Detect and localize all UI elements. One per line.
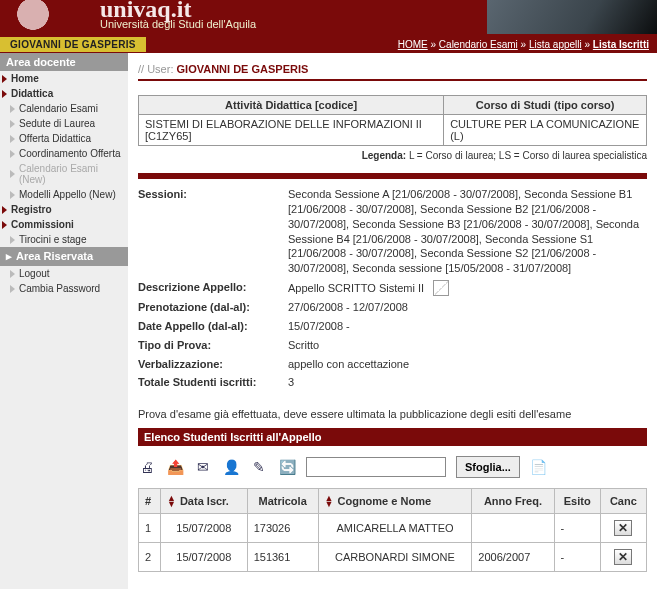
section-title-elenco: Elenco Studenti Iscritti all'Appello — [138, 428, 647, 446]
banner-photo — [487, 0, 657, 34]
sidebar-item-calendario-new[interactable]: Calendario Esami (New) — [0, 161, 128, 187]
legenda: Legenda: L = Corso di laurea; LS = Corso… — [138, 150, 647, 161]
lbl-date-appello: Date Appello (dal-al): — [138, 319, 288, 334]
sidebar-item-calendario[interactable]: Calendario Esami — [0, 101, 128, 116]
sidebar-item-didattica[interactable]: Didattica — [0, 86, 128, 101]
val-prenotazione: 27/06/2008 - 12/07/2008 — [288, 300, 647, 315]
lbl-sessioni: Sessioni: — [138, 187, 288, 276]
header-banner: univaq.it Università degli Studi dell'Aq… — [0, 0, 657, 35]
cell-num: 2 — [139, 543, 161, 572]
lbl-totale: Totale Studenti iscritti: — [138, 375, 288, 390]
breadcrumb-calendario[interactable]: Calendario Esami — [439, 39, 518, 50]
cell-anno: 2006/2007 — [472, 543, 554, 572]
val-date-appello: 15/07/2008 - — [288, 319, 647, 334]
sidebar-item-coordinamento[interactable]: Coordinamento Offerta — [0, 146, 128, 161]
breadcrumb: HOME » Calendario Esami » Lista appelli … — [398, 39, 657, 50]
sidebar-item-commissioni[interactable]: Commissioni — [0, 217, 128, 232]
sidebar-item-home[interactable]: Home — [0, 71, 128, 86]
th-canc: Canc — [600, 489, 646, 514]
table-row: 215/07/2008151361CARBONARDI SIMONE2006/2… — [139, 543, 647, 572]
lbl-tipo-prova: Tipo di Prova: — [138, 338, 288, 353]
export-icon[interactable]: 📤 — [166, 458, 184, 476]
sidebar-item-cambia-password[interactable]: Cambia Password — [0, 281, 128, 296]
breadcrumb-current: Lista Iscritti — [593, 39, 649, 50]
val-sessioni: Seconda Sessione A [21/06/2008 - 30/07/2… — [288, 187, 647, 276]
upload-icon[interactable]: 📄 — [530, 458, 548, 476]
activity-table: Attività Didattica [codice] Corso di Stu… — [138, 95, 647, 146]
th-matricola[interactable]: Matricola — [247, 489, 318, 514]
section-divider — [138, 173, 647, 179]
th-cognome-nome[interactable]: ▲▼Cognome e Nome — [318, 489, 472, 514]
toolbar: 🖨 📤 ✉ 👤 ✎ 🔄 Sfoglia... 📄 — [138, 446, 647, 488]
main-content: // User: GIOVANNI DE GASPERIS Attività D… — [128, 53, 657, 589]
cancel-button[interactable]: ✕ — [614, 520, 632, 536]
val-descrizione: Appello SCRITTO Sistemi II — [288, 280, 647, 296]
refresh-icon[interactable]: 🔄 — [278, 458, 296, 476]
cell-canc: ✕ — [600, 543, 646, 572]
cell-esito: - — [554, 514, 600, 543]
th-esito[interactable]: Esito — [554, 489, 600, 514]
lbl-prenotazione: Prenotazione (dal-al): — [138, 300, 288, 315]
browse-button[interactable]: Sfoglia... — [456, 456, 520, 478]
cell-nome: CARBONARDI SIMONE — [318, 543, 472, 572]
sidebar-item-sedute[interactable]: Sedute di Laurea — [0, 116, 128, 131]
sidebar-head-riservata: ▸Area Riservata — [0, 247, 128, 266]
breadcrumb-lista-appelli[interactable]: Lista appelli — [529, 39, 582, 50]
cancel-button[interactable]: ✕ — [614, 549, 632, 565]
cell-num: 1 — [139, 514, 161, 543]
print-icon[interactable]: 🖨 — [138, 458, 156, 476]
sidebar: Area docente Home Didattica Calendario E… — [0, 53, 128, 589]
val-verbalizzazione: appello con accettazione — [288, 357, 647, 372]
td-corso: CULTURE PER LA COMUNICAZIONE (L) — [444, 115, 647, 146]
th-corso: Corso di Studi (tipo corso) — [444, 96, 647, 115]
sidebar-item-logout[interactable]: Logout — [0, 266, 128, 281]
breadcrumb-home[interactable]: HOME — [398, 39, 428, 50]
students-table: # ▲▼Data Iscr. Matricola ▲▼Cognome e Nom… — [138, 488, 647, 572]
cell-data-iscr: 15/07/2008 — [161, 543, 248, 572]
mail-icon[interactable]: ✉ — [194, 458, 212, 476]
cell-nome: AMICARELLA MATTEO — [318, 514, 472, 543]
lbl-verbalizzazione: Verbalizzazione: — [138, 357, 288, 372]
sidebar-item-registro[interactable]: Registro — [0, 202, 128, 217]
sidebar-item-modelli[interactable]: Modelli Appello (New) — [0, 187, 128, 202]
lbl-descrizione: Descrizione Appello: — [138, 280, 288, 296]
val-tipo-prova: Scritto — [288, 338, 647, 353]
th-attivita: Attività Didattica [codice] — [139, 96, 444, 115]
edit-icon[interactable]: ✎ — [250, 458, 268, 476]
sidebar-item-tirocini[interactable]: Tirocini e stage — [0, 232, 128, 247]
user-line: // User: GIOVANNI DE GASPERIS — [138, 59, 647, 81]
th-num: # — [139, 489, 161, 514]
table-row: 115/07/2008173026AMICARELLA MATTEO-✕ — [139, 514, 647, 543]
sub-header: GIOVANNI DE GASPERIS HOME » Calendario E… — [0, 35, 657, 53]
cell-anno — [472, 514, 554, 543]
td-attivita: SISTEMI DI ELABORAZIONE DELLE INFORMAZIO… — [139, 115, 444, 146]
cell-matricola: 151361 — [247, 543, 318, 572]
cell-esito: - — [554, 543, 600, 572]
univaq-logo — [8, 0, 58, 44]
cell-matricola: 173026 — [247, 514, 318, 543]
cell-canc: ✕ — [600, 514, 646, 543]
sidebar-head-docente: Area docente — [0, 53, 128, 71]
notice-text: Prova d'esame già effettuata, deve esser… — [138, 408, 647, 420]
th-anno-freq[interactable]: Anno Freq. — [472, 489, 554, 514]
document-icon[interactable] — [433, 280, 449, 296]
file-path-input[interactable] — [306, 457, 446, 477]
sidebar-item-offerta[interactable]: Offerta Didattica — [0, 131, 128, 146]
add-user-icon[interactable]: 👤 — [222, 458, 240, 476]
val-totale: 3 — [288, 375, 647, 390]
th-data-iscr[interactable]: ▲▼Data Iscr. — [161, 489, 248, 514]
cell-data-iscr: 15/07/2008 — [161, 514, 248, 543]
site-subtitle: Università degli Studi dell'Aquila — [100, 18, 256, 30]
